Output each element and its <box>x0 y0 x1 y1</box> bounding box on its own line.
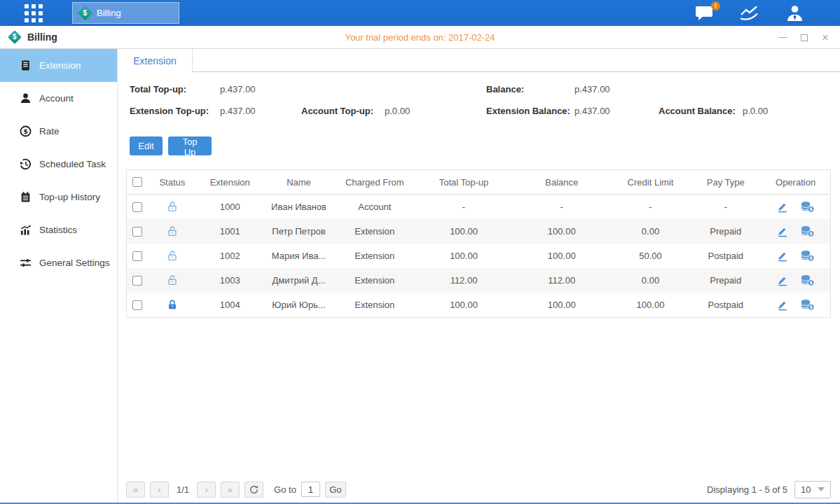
pay-type-cell: Prepaid <box>690 275 761 286</box>
extension-topup-label: Extension Top-up: <box>130 106 209 116</box>
total-topup-cell: 100.00 <box>415 251 513 261</box>
billing-dollar-icon: $ <box>78 6 92 20</box>
sidebar-item-general-settings[interactable]: General Settings <box>0 246 117 279</box>
name-cell: Петр Петров <box>263 226 335 237</box>
topup-history-icon <box>20 191 32 203</box>
topup-row-icon[interactable]: $ <box>800 250 815 262</box>
account-balance-label: Account Balance: <box>659 106 736 116</box>
last-page-button[interactable]: » <box>221 482 240 498</box>
go-button[interactable]: Go <box>325 482 346 498</box>
sidebar-item-scheduled-task[interactable]: Scheduled Task <box>0 148 117 181</box>
goto-page-input[interactable] <box>301 482 320 497</box>
edit-row-icon[interactable] <box>776 300 789 311</box>
edit-row-icon[interactable] <box>776 226 789 237</box>
pay-type-cell: Postpaid <box>690 251 761 261</box>
general-settings-icon <box>20 257 32 269</box>
topup-row-icon[interactable]: $ <box>800 299 815 311</box>
maximize-button[interactable] <box>799 33 809 43</box>
edit-button[interactable]: Edit <box>130 136 163 155</box>
billing-window-icon: $ <box>8 30 22 44</box>
charged-from-cell: Extension <box>334 300 415 310</box>
row-checkbox[interactable] <box>132 251 142 261</box>
account-topup-label: Account Top-up: <box>301 106 373 116</box>
statistics-chart-icon[interactable] <box>740 6 761 21</box>
tab-extension[interactable]: Extension <box>118 49 193 72</box>
first-page-button[interactable]: « <box>126 482 145 498</box>
sidebar-item-extension[interactable]: Extension <box>0 49 117 82</box>
topup-row-icon[interactable]: $ <box>800 274 815 286</box>
account-icon <box>20 92 32 104</box>
table-header-row: Status Extension Name Charged From Total… <box>127 170 830 195</box>
edit-row-icon[interactable] <box>776 275 789 286</box>
topup-row-icon[interactable]: $ <box>800 201 815 213</box>
total-topup-cell: 100.00 <box>415 226 513 237</box>
minimize-button[interactable] <box>778 33 788 43</box>
topup-button[interactable]: Top Up <box>168 136 212 155</box>
svg-text:$: $ <box>809 280 813 286</box>
next-page-button[interactable]: › <box>197 482 216 498</box>
total-topup-cell: 112.00 <box>415 275 513 286</box>
header-charged-from: Charged From <box>334 177 415 188</box>
total-topup-cell: 100.00 <box>415 300 513 310</box>
table-row: 1004Юрий Юрь...Extension100.00100.00100.… <box>127 293 830 317</box>
window-title-bar: $ Billing Your trial period ends on: 201… <box>0 26 840 49</box>
close-button[interactable]: × <box>820 33 830 43</box>
svg-text:$: $ <box>809 304 813 310</box>
account-balance-value: p.0.00 <box>743 106 768 116</box>
total-topup-label: Total Top-up: <box>130 84 186 94</box>
page-size-select[interactable]: 10 <box>794 481 831 498</box>
header-extension: Extension <box>197 177 263 188</box>
messages-icon[interactable]: ! <box>696 6 715 21</box>
tab-strip: Extension <box>118 49 840 72</box>
table-row: 1002Мария Ива...Extension100.00100.0050.… <box>127 244 830 268</box>
topup-row-icon[interactable]: $ <box>800 225 815 237</box>
sidebar-item-label: General Settings <box>39 258 110 268</box>
sidebar-item-label: Rate <box>39 126 60 136</box>
row-checkbox[interactable] <box>132 276 142 286</box>
credit-limit-cell: 0.00 <box>611 275 691 286</box>
taskbar-tab-billing[interactable]: $ Billing <box>72 2 179 24</box>
row-checkbox[interactable] <box>132 202 142 212</box>
window-title: Billing <box>27 31 57 43</box>
name-cell: Мария Ива... <box>263 251 335 261</box>
edit-row-icon[interactable] <box>776 251 789 262</box>
tab-label: Extension <box>133 55 176 66</box>
header-status: Status <box>148 177 197 188</box>
charged-from-cell: Extension <box>334 275 415 286</box>
extension-icon <box>20 59 32 71</box>
svg-text:$: $ <box>809 255 813 261</box>
user-account-icon[interactable] <box>786 5 804 21</box>
pay-type-cell: Postpaid <box>690 300 761 310</box>
unlocked-icon <box>167 201 178 213</box>
header-pay-type: Pay Type <box>690 177 761 188</box>
prev-page-button[interactable]: ‹ <box>150 482 169 498</box>
select-all-checkbox[interactable] <box>132 177 142 187</box>
sidebar-item-rate[interactable]: $ Rate <box>0 115 117 148</box>
refresh-button[interactable] <box>245 482 263 498</box>
credit-limit-cell: 0.00 <box>611 226 691 237</box>
extension-cell: 1000 <box>197 202 263 212</box>
charged-from-cell: Extension <box>334 226 415 237</box>
sidebar-item-topup-history[interactable]: Top-up History <box>0 181 117 214</box>
name-cell: Дмитрий Д... <box>263 275 335 286</box>
extension-cell: 1001 <box>197 226 263 237</box>
sidebar: Extension Account $ Rate Scheduled Task <box>0 49 118 503</box>
rate-icon: $ <box>20 125 32 137</box>
refresh-icon <box>249 485 259 494</box>
extension-topup-value: p.437.00 <box>220 106 256 116</box>
edit-row-icon[interactable] <box>776 202 789 213</box>
sidebar-item-account[interactable]: Account <box>0 82 117 115</box>
sidebar-item-statistics[interactable]: Statistics <box>0 214 117 246</box>
row-checkbox[interactable] <box>132 227 142 237</box>
pay-type-cell: - <box>690 202 761 212</box>
taskbar-tab-label: Billing <box>97 8 121 18</box>
header-credit-limit: Credit Limit <box>611 177 691 188</box>
extension-cell: 1004 <box>197 300 263 310</box>
total-topup-cell: - <box>415 202 513 212</box>
balance-value: p.437.00 <box>574 84 610 94</box>
pay-type-cell: Prepaid <box>690 226 761 237</box>
apps-grid-icon[interactable] <box>25 4 43 22</box>
row-checkbox[interactable] <box>132 300 142 310</box>
pagination-bar: « ‹ 1/1 › » Go to Go Displaying 1 - 5 of… <box>126 480 831 498</box>
balance-cell: - <box>513 202 611 212</box>
